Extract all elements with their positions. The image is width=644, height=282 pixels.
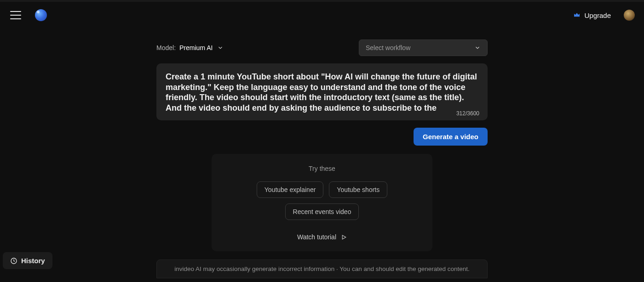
chevron-down-icon [474,45,481,51]
model-value: Premium AI [179,44,213,51]
model-label: Model: [156,44,176,51]
controls-row: Model: Premium AI Select workflow [156,39,488,56]
workflow-select[interactable]: Select workflow [359,39,488,56]
history-button[interactable]: History [3,252,52,269]
try-these-title: Try these [225,165,419,172]
watch-tutorial-label: Watch tutorial [297,233,336,241]
generate-row: Generate a video [156,128,488,146]
chip-youtube-explainer[interactable]: Youtube explainer [257,181,324,198]
chip-youtube-shorts[interactable]: Youtube shorts [329,181,387,198]
top-bar: Upgrade [0,3,644,28]
chevron-down-icon [217,45,224,51]
play-icon [341,234,347,240]
avatar[interactable] [624,10,635,21]
upgrade-button[interactable]: Upgrade [573,11,611,19]
crown-icon [573,11,581,19]
main-column: Model: Premium AI Select workflow Create… [156,39,488,278]
character-count: 312/3600 [456,110,479,117]
app-logo[interactable] [35,9,47,21]
chip-recent-events[interactable]: Recent events video [285,203,359,220]
svg-marker-0 [342,235,346,239]
try-these-panel: Try these Youtube explainer Youtube shor… [212,154,432,251]
generate-button[interactable]: Generate a video [414,128,488,146]
disclaimer-bar: invideo AI may occasionally generate inc… [156,259,488,278]
history-label: History [21,257,45,265]
clock-icon [10,257,17,265]
workflow-placeholder: Select workflow [366,44,410,51]
upgrade-label: Upgrade [584,11,611,19]
watch-tutorial-link[interactable]: Watch tutorial [297,233,347,241]
model-selector[interactable]: Model: Premium AI [156,44,224,51]
menu-icon[interactable] [9,10,22,21]
suggestion-chips: Youtube explainer Youtube shorts Recent … [225,181,419,220]
prompt-text: Create a 1 minute YouTube short about "H… [166,72,478,114]
prompt-input[interactable]: Create a 1 minute YouTube short about "H… [156,63,488,120]
